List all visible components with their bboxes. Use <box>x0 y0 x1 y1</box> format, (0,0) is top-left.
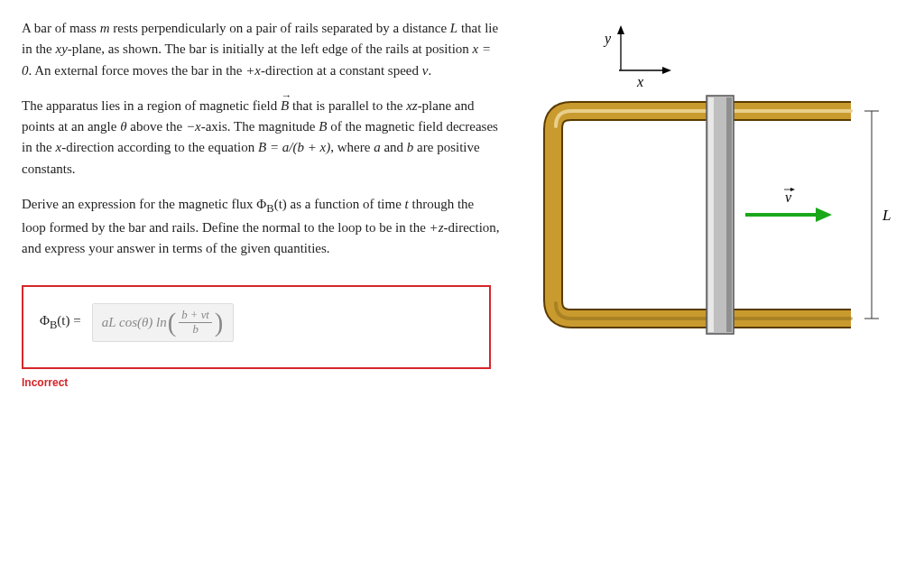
svg-marker-10 <box>790 188 795 191</box>
x-axis-label: x <box>636 74 643 89</box>
feedback-incorrect: Incorrect <box>22 374 500 392</box>
paragraph-2: The apparatus lies in a region of magnet… <box>22 96 500 180</box>
svg-marker-8 <box>816 208 832 222</box>
problem-text: A bar of mass m rests perpendicularly on… <box>22 18 500 392</box>
y-axis-label: y <box>603 31 612 47</box>
answer-input[interactable]: aL cos(θ) ln ( b + vt b ) <box>92 303 235 343</box>
paragraph-3: Derive an expression for the magnetic fl… <box>22 194 500 260</box>
velocity-arrow: v <box>745 188 832 222</box>
sliding-bar <box>707 96 734 334</box>
svg-marker-3 <box>662 67 671 74</box>
l-label: L <box>882 207 891 224</box>
answer-lhs: ΦB(t) = <box>40 310 81 334</box>
svg-rect-5 <box>708 97 714 332</box>
dimension-l: L <box>864 111 891 319</box>
svg-rect-6 <box>726 97 732 332</box>
svg-marker-1 <box>617 25 624 34</box>
axes: y x <box>603 25 671 89</box>
paragraph-1: A bar of mass m rests perpendicularly on… <box>22 18 500 81</box>
velocity-label: v <box>785 189 792 205</box>
answer-box: ΦB(t) = aL cos(θ) ln ( b + vt b ) <box>22 285 491 370</box>
figure: y x v <box>522 18 902 359</box>
